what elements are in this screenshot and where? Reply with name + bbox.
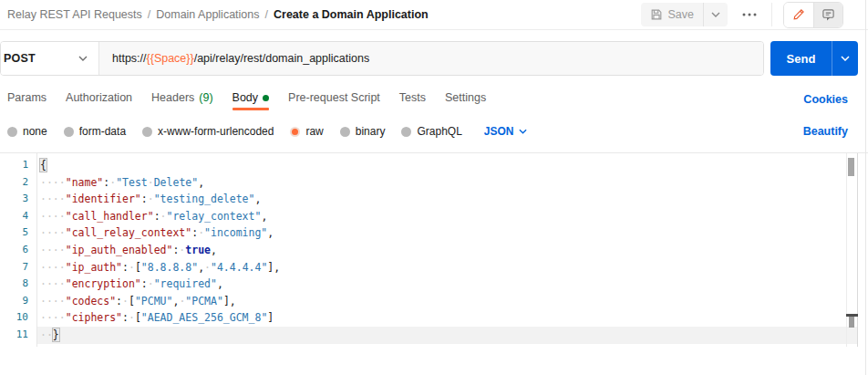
breadcrumb-collection[interactable]: Relay REST API Requests — [7, 8, 142, 21]
beautify-link[interactable]: Beautify — [803, 125, 848, 138]
line-number: 10 — [0, 309, 36, 327]
token-ws: ···· — [40, 210, 66, 223]
body-mode-form-data[interactable]: form-data — [64, 125, 126, 138]
code-line: 2····"name":·"Test·Delete", — [0, 174, 857, 192]
tab-params[interactable]: Params — [7, 88, 46, 110]
more-options-button[interactable] — [739, 13, 760, 16]
tab-settings[interactable]: Settings — [445, 88, 486, 110]
save-button-group: Save — [641, 3, 728, 26]
language-selector[interactable]: JSON — [484, 125, 527, 138]
language-label: JSON — [484, 125, 514, 138]
save-button[interactable]: Save — [641, 3, 704, 26]
token-ws: · — [160, 210, 167, 223]
body-mode-raw[interactable]: raw — [290, 125, 323, 138]
scrollbar-thumb[interactable] — [848, 158, 854, 176]
tab-body[interactable]: Body — [232, 88, 270, 110]
token-ws: · — [204, 261, 211, 274]
code-line: 8····"encryption":·"required", — [0, 276, 857, 293]
token-punct: [ — [135, 261, 141, 274]
tab-label: Authorization — [66, 91, 132, 104]
request-editor-page: Relay REST API Requests / Domain Applica… — [0, 0, 868, 375]
chevron-down-icon — [519, 129, 527, 134]
token-punct: , — [217, 277, 223, 290]
url-input[interactable]: https://{{Space}}/api/relay/rest/domain_… — [98, 42, 763, 75]
code-content: ····"ip_auth":·["8.8.8.8",·"4.4.4.4"], — [36, 259, 857, 276]
token-ws: ···· — [40, 176, 66, 189]
url-variable: {{Space}} — [147, 52, 194, 65]
token-str: "PCMU" — [135, 295, 173, 307]
method-selector[interactable]: POST — [1, 42, 98, 75]
modified-dot — [263, 95, 269, 101]
body-mode-row: noneform-datax-www-form-urlencodedrawbin… — [0, 121, 868, 141]
token-str: "Test — [116, 176, 148, 189]
token-str: "relay_context" — [167, 210, 262, 223]
body-mode-binary[interactable]: binary — [340, 125, 386, 138]
save-options-button[interactable] — [703, 3, 728, 26]
token-punct: : — [154, 210, 160, 223]
token-str: "8.8.8.8" — [141, 261, 198, 274]
line-number: 1 — [0, 157, 36, 174]
code-line: 9····"codecs":·["PCMU",·"PCMA"], — [0, 293, 857, 310]
code-content: ····"ip_auth_enabled":·true, — [36, 242, 857, 259]
json-body-editor[interactable]: 1{2····"name":·"Test·Delete",3····"ident… — [0, 152, 868, 375]
breadcrumb-separator: / — [148, 8, 150, 21]
token-punct: , — [198, 176, 204, 189]
code-content: ····"codecs":·["PCMU",·"PCMA"], — [36, 293, 857, 310]
tab-label: Params — [7, 91, 46, 104]
code-line: 11··} — [0, 327, 857, 344]
breadcrumb-request-name[interactable]: Create a Domain Application — [274, 8, 429, 21]
token-punct: , — [254, 193, 261, 205]
header-divider — [771, 3, 772, 26]
editor-right-border — [857, 153, 858, 347]
tab-authorization[interactable]: Authorization — [66, 88, 132, 110]
comments-button[interactable] — [813, 3, 842, 27]
documentation-edit-button[interactable] — [784, 3, 813, 27]
line-number: 2 — [0, 174, 36, 192]
tab-headers[interactable]: Headers(9) — [151, 88, 213, 110]
line-number: 4 — [0, 208, 36, 225]
token-ws: · — [129, 311, 135, 324]
code-content: ····"ciphers":·["AEAD_AES_256_GCM_8"] — [36, 309, 857, 327]
token-str: Delete" — [154, 176, 198, 189]
send-options-button[interactable] — [832, 41, 858, 76]
send-button-group: Send — [770, 41, 858, 76]
breadcrumb-folder[interactable]: Domain Applications — [156, 8, 259, 21]
mode-label: raw — [305, 125, 323, 138]
radio-icon — [64, 127, 74, 137]
mode-label: none — [23, 125, 47, 138]
method-url-group: POST https://{{Space}}/api/relay/rest/do… — [0, 41, 764, 76]
breadcrumb: Relay REST API Requests / Domain Applica… — [0, 8, 429, 21]
tab-pre-request-script[interactable]: Pre-request Script — [288, 88, 380, 110]
token-ws: · — [129, 261, 135, 274]
body-modes: noneform-datax-www-form-urlencodedrawbin… — [7, 125, 462, 138]
request-tabs-row: ParamsAuthorizationHeaders(9)BodyPre-req… — [0, 87, 868, 111]
token-ws: · — [148, 193, 154, 205]
line-number: 11 — [0, 327, 36, 344]
cookies-link[interactable]: Cookies — [803, 93, 848, 106]
code-content: ··} — [36, 327, 857, 344]
token-key: "ciphers" — [66, 311, 122, 324]
request-tabs: ParamsAuthorizationHeaders(9)BodyPre-req… — [7, 88, 505, 110]
body-mode-graphql[interactable]: GraphQL — [401, 125, 461, 138]
line-number: 7 — [0, 259, 36, 276]
chevron-down-icon — [841, 56, 850, 61]
mode-label: binary — [356, 125, 386, 138]
line-number: 9 — [0, 293, 36, 310]
body-mode-x-www-form-urlencoded[interactable]: x-www-form-urlencoded — [142, 125, 274, 138]
token-brace: } — [53, 328, 59, 341]
token-str: "testing_delete" — [154, 193, 255, 205]
tab-label: Body — [232, 91, 259, 104]
send-button[interactable]: Send — [770, 41, 832, 76]
code-content: ····"name":·"Test·Delete", — [36, 174, 857, 192]
tab-tests[interactable]: Tests — [399, 88, 426, 110]
token-str: "incoming" — [204, 226, 267, 239]
token-punct: : — [141, 277, 148, 290]
body-mode-none[interactable]: none — [7, 125, 47, 138]
tab-label: Pre-request Script — [288, 91, 380, 104]
code-lines: 1{2····"name":·"Test·Delete",3····"ident… — [0, 157, 857, 344]
scrollbar-bottom-marker[interactable] — [849, 317, 854, 328]
tab-count-badge: (9) — [199, 91, 212, 104]
comment-icon — [822, 8, 835, 21]
token-key: "call_handler" — [66, 210, 154, 223]
line-number: 5 — [0, 224, 36, 242]
